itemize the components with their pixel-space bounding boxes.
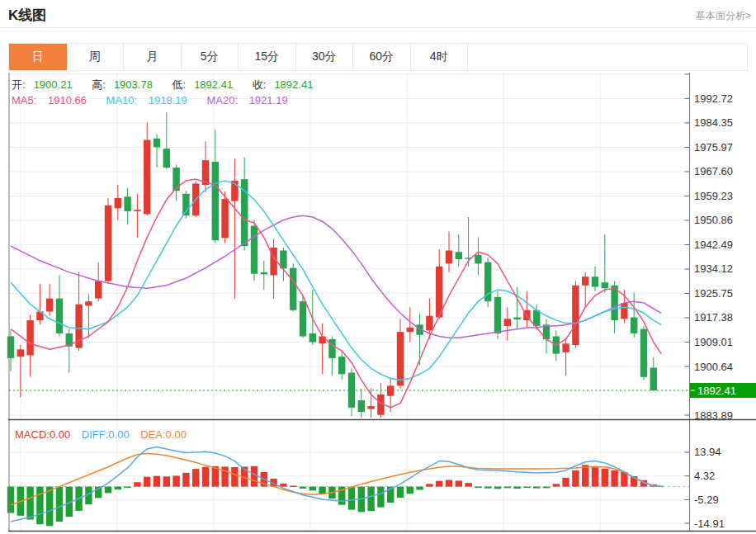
macd-bar (231, 467, 238, 487)
macd-bar (367, 487, 374, 512)
macd-axis-label: 4.32 (694, 470, 715, 482)
candle (134, 210, 140, 211)
price-axis-label: 1992.72 (694, 92, 733, 105)
candle (309, 333, 316, 343)
macd-bar (426, 484, 432, 486)
candle (358, 400, 365, 412)
price-axis-label: 1950.86 (694, 214, 733, 226)
candle (212, 162, 219, 240)
macd-bar (611, 470, 617, 487)
macd-bar (397, 487, 404, 498)
candle (494, 297, 501, 333)
candle (85, 301, 92, 305)
macd-bar (562, 478, 569, 487)
macd-bar (407, 487, 413, 494)
candle (221, 199, 228, 238)
macd-bar (26, 487, 33, 520)
macd-bar (56, 487, 63, 522)
macd-bar (251, 466, 258, 487)
macd-bar (348, 487, 355, 510)
candle (300, 301, 306, 336)
macd-axis-label: 13.94 (694, 446, 721, 458)
candle (621, 303, 627, 319)
candle (582, 276, 588, 286)
candle (367, 406, 374, 409)
page-header: K线图 基本面分析> (0, 0, 756, 28)
price-axis-label: 1942.49 (694, 239, 733, 251)
candle (95, 281, 102, 299)
interval-tabbar: 日周月5分15分30分60分4时 (8, 43, 748, 71)
candle (407, 328, 413, 332)
price-axis-label: 1883.89 (694, 409, 733, 422)
chart-area: 1992.721984.351975.971967.601959.231950.… (0, 73, 756, 534)
tab-5分[interactable]: 5分 (182, 44, 239, 70)
candle (26, 320, 33, 355)
macd-bar (144, 477, 150, 487)
candle (475, 255, 481, 264)
macd-axis-label: -14.91 (694, 517, 725, 530)
macd-bar (290, 485, 296, 487)
candle (319, 336, 325, 343)
page-title: K线图 (8, 6, 46, 25)
kline-macd-chart: 1992.721984.351975.971967.601959.231950.… (0, 73, 756, 534)
macd-bar (533, 487, 540, 489)
candle (446, 250, 452, 263)
candle (338, 357, 345, 374)
price-axis-label: 1967.60 (694, 165, 733, 177)
price-axis-label: 1984.35 (694, 116, 733, 129)
candle (124, 196, 130, 211)
macd-bar (523, 487, 530, 489)
fundamental-analysis-link[interactable]: 基本面分析> (696, 9, 751, 23)
macd-bar (446, 480, 452, 487)
macd-bar (182, 473, 189, 487)
candle (105, 206, 111, 281)
tab-30分[interactable]: 30分 (296, 44, 354, 70)
macd-bar (7, 487, 14, 513)
tab-周[interactable]: 周 (67, 44, 125, 70)
macd-axis-label: -5.29 (694, 494, 719, 506)
macd-bar (582, 465, 588, 486)
candle (348, 373, 355, 408)
candle (426, 316, 432, 331)
price-axis-label: 1925.75 (694, 287, 733, 300)
candle (572, 286, 579, 345)
macd-bar (553, 484, 560, 486)
macd-bar (124, 487, 130, 489)
macd-bar (465, 483, 471, 486)
candle (513, 318, 520, 319)
macd-bar (416, 487, 423, 490)
candle (115, 198, 121, 208)
macd-bar (115, 487, 121, 490)
macd-bar (543, 487, 550, 489)
tab-日[interactable]: 日 (9, 44, 67, 70)
candle (562, 343, 569, 352)
tab-60分[interactable]: 60分 (353, 44, 411, 70)
candle (154, 139, 160, 148)
macd-bar (172, 475, 179, 486)
candle (144, 140, 150, 215)
candle (592, 276, 598, 286)
macd-bar (154, 476, 160, 487)
price-axis-label: 1959.23 (694, 190, 733, 202)
candle (251, 226, 258, 274)
price-axis-label: 1909.01 (694, 336, 733, 348)
candle (163, 149, 170, 168)
candle (397, 332, 404, 385)
candle (328, 339, 335, 358)
tab-15分[interactable]: 15分 (239, 44, 296, 70)
tab-月[interactable]: 月 (124, 44, 182, 70)
tab-4时[interactable]: 4时 (411, 44, 469, 70)
candle (631, 318, 637, 333)
macd-bar (484, 487, 491, 489)
macd-bar (46, 487, 53, 527)
macd-bar (436, 481, 442, 487)
candle (456, 252, 462, 259)
macd-bar (513, 487, 520, 489)
macd-bar (572, 470, 579, 487)
candle (640, 329, 647, 377)
macd-bar (602, 469, 608, 487)
macd-bar (280, 484, 286, 487)
price-axis-label: 1934.12 (694, 262, 733, 275)
macd-bar (36, 487, 43, 525)
macd-bar (377, 487, 384, 508)
